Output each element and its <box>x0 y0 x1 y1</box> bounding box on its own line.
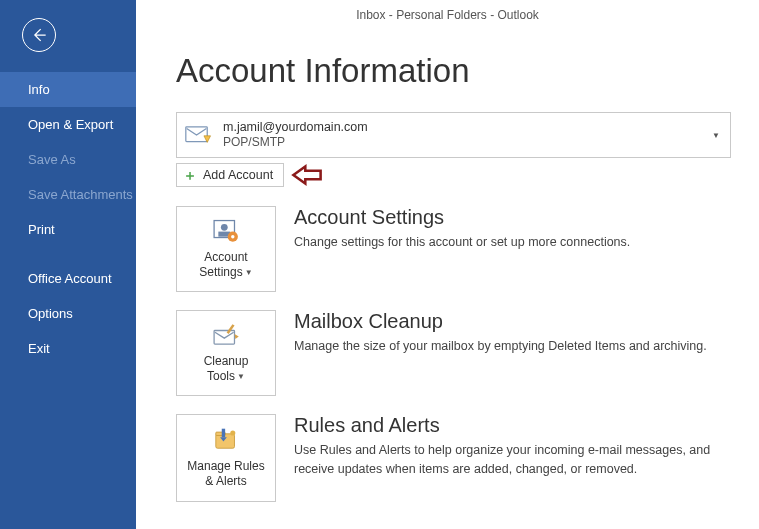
nav-list: Info Open & Export Save As Save Attachme… <box>0 66 136 366</box>
callout-arrow-icon <box>290 162 324 188</box>
dropdown-caret-icon: ▼ <box>712 130 720 139</box>
tile-manage-rules[interactable]: Manage Rules & Alerts <box>176 414 276 502</box>
account-lines: m.jamil@yourdomain.com POP/SMTP <box>223 119 368 151</box>
section-heading: Rules and Alerts <box>294 414 731 437</box>
svg-rect-12 <box>222 429 225 437</box>
main-area: Inbox - Personal Folders - Outlook Accou… <box>136 0 759 529</box>
add-account-button[interactable]: ＋ Add Account <box>176 163 284 187</box>
plus-icon: ＋ <box>183 168 197 182</box>
nav-separator <box>0 247 136 261</box>
section-text: Mailbox Cleanup Manage the size of your … <box>294 310 731 396</box>
nav-info[interactable]: Info <box>0 72 136 107</box>
cleanup-icon <box>209 322 243 350</box>
tile-label-line1: Account <box>204 250 247 264</box>
section-text: Account Settings Change settings for thi… <box>294 206 731 292</box>
tile-cleanup-tools[interactable]: Cleanup Tools▼ <box>176 310 276 396</box>
svg-point-6 <box>231 235 234 238</box>
section-desc: Change settings for this account or set … <box>294 233 731 252</box>
back-arrow-icon <box>29 25 49 45</box>
chevron-down-icon: ▼ <box>245 268 253 277</box>
tile-label: Account Settings▼ <box>199 250 252 280</box>
tile-label-line1: Manage Rules <box>187 459 264 473</box>
section-heading: Mailbox Cleanup <box>294 310 731 333</box>
window-title: Inbox - Personal Folders - Outlook <box>136 0 759 22</box>
tile-label-line2: Tools <box>207 369 235 383</box>
account-settings-icon <box>209 218 243 246</box>
nav-print[interactable]: Print <box>0 212 136 247</box>
tile-label: Cleanup Tools▼ <box>204 354 249 384</box>
section-desc: Manage the size of your mailbox by empty… <box>294 337 731 356</box>
nav-save-attachments: Save Attachments <box>0 177 136 212</box>
svg-point-3 <box>221 224 228 231</box>
back-row <box>0 0 136 66</box>
chevron-down-icon: ▼ <box>237 372 245 381</box>
svg-rect-0 <box>186 127 207 142</box>
tile-account-settings[interactable]: Account Settings▼ <box>176 206 276 292</box>
tile-label-line1: Cleanup <box>204 354 249 368</box>
section-mailbox-cleanup: Cleanup Tools▼ Mailbox Cleanup Manage th… <box>176 310 731 396</box>
tile-label-line2: Settings <box>199 265 242 279</box>
section-desc: Use Rules and Alerts to help organize yo… <box>294 441 731 479</box>
nav-save-as: Save As <box>0 142 136 177</box>
section-heading: Account Settings <box>294 206 731 229</box>
add-account-label: Add Account <box>203 168 273 182</box>
account-icon <box>185 122 213 148</box>
backstage-sidebar: Info Open & Export Save As Save Attachme… <box>0 0 136 529</box>
nav-open-export[interactable]: Open & Export <box>0 107 136 142</box>
app-root: Info Open & Export Save As Save Attachme… <box>0 0 759 529</box>
tile-label: Manage Rules & Alerts <box>187 459 264 489</box>
back-button[interactable] <box>22 18 56 52</box>
add-account-row: ＋ Add Account <box>176 162 737 188</box>
page-title: Account Information <box>176 52 737 90</box>
account-protocol: POP/SMTP <box>223 135 368 151</box>
svg-point-14 <box>230 430 235 435</box>
nav-options[interactable]: Options <box>0 296 136 331</box>
section-account-settings: Account Settings▼ Account Settings Chang… <box>176 206 731 292</box>
tile-label-line2: & Alerts <box>205 474 246 488</box>
rules-icon <box>209 427 243 455</box>
nav-exit[interactable]: Exit <box>0 331 136 366</box>
svg-rect-7 <box>214 330 234 344</box>
nav-office-account[interactable]: Office Account <box>0 261 136 296</box>
account-email: m.jamil@yourdomain.com <box>223 119 368 135</box>
content-pane: Account Information m.jamil@yourdomain.c… <box>136 22 759 502</box>
account-selector[interactable]: m.jamil@yourdomain.com POP/SMTP ▼ <box>176 112 731 158</box>
section-text: Rules and Alerts Use Rules and Alerts to… <box>294 414 731 502</box>
section-rules-alerts: Manage Rules & Alerts Rules and Alerts U… <box>176 414 731 502</box>
